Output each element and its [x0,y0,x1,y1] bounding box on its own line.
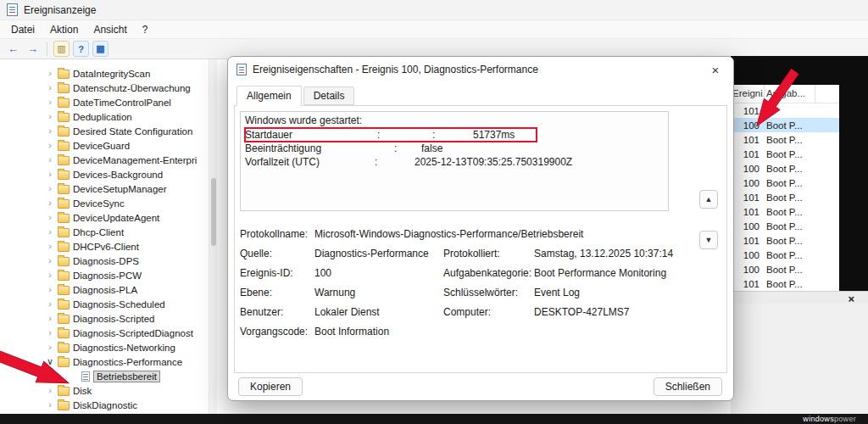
chevron-right-icon[interactable]: › [46,198,54,208]
chevron-right-icon[interactable]: › [46,285,54,294]
chevron-right-icon[interactable]: › [46,141,54,150]
event-row[interactable]: 100Boot P... [731,176,839,190]
field-label: Ebene: [240,287,314,298]
chevron-right-icon[interactable]: › [46,213,54,222]
field-label: Vorgangscode: [240,326,314,338]
folder-icon [58,358,70,367]
tree-item-diagnosis-pla[interactable]: ›Diagnosis-PLA [0,282,216,297]
chevron-right-icon[interactable]: › [46,256,54,265]
tree-item-datetimecontrolpanel[interactable]: ›DateTimeControlPanel [0,95,216,109]
chevron-right-icon[interactable]: › [46,299,54,309]
event-row[interactable]: 101Boot P... [731,204,839,219]
tree-item-deduplication[interactable]: ›Deduplication [0,109,216,124]
column-header-aufgab[interactable]: Aufgab... [765,85,815,103]
field-value: Diagnostics-Performance [314,248,443,259]
chevron-right-icon[interactable]: › [46,328,54,338]
event-row[interactable]: 101Boot P... [731,190,839,204]
menu-item-datei[interactable]: Datei [3,21,42,38]
app-icon [7,3,18,16]
event-id-cell: 101 [731,279,765,289]
event-task-cell: Boot P... [765,265,803,275]
bottom-strip: windowspower [0,414,868,424]
event-task-cell: Boot P... [765,207,803,217]
chevron-right-icon[interactable]: › [46,386,54,395]
tree-item-diagnosis-dps[interactable]: ›Diagnosis-DPS [0,254,216,268]
chevron-right-icon[interactable]: › [46,184,54,193]
event-row[interactable]: 101Boot P... [731,132,839,147]
tree-item-devices-background[interactable]: ›Devices-Background [0,167,216,181]
tree-item-devicesetupmanager[interactable]: ›DeviceSetupManager [0,181,216,196]
tree-item-dhcp-client[interactable]: ›Dhcp-Client [0,225,216,239]
tree-item-diagnosis-scripted[interactable]: ›Diagnosis-Scripted [0,311,216,326]
tab-details[interactable]: Details [303,86,355,105]
tree-item-diagnosis-pcw[interactable]: ›Diagnosis-PCW [0,268,216,282]
event-row[interactable]: 100Boot P... [731,161,839,176]
chevron-right-icon[interactable]: › [46,343,54,352]
column-header-ereigni[interactable]: Ereigni... [731,85,765,103]
folder-icon [58,387,70,396]
folder-icon [58,170,70,180]
chevron-right-icon[interactable]: › [46,227,54,237]
tree-item-diskdiagnostic[interactable]: ›DiskDiagnostic [0,398,216,412]
show-console-tree-icon[interactable]: ▥ [53,41,70,57]
chevron-right-icon[interactable]: › [46,98,54,107]
chevron-right-icon[interactable]: › [46,170,54,179]
folder-icon [58,329,70,338]
chevron-right-icon[interactable]: › [46,271,54,280]
tree-item-label: Disk [73,386,92,396]
event-id-cell: 100 [731,178,765,188]
forward-icon[interactable]: → [25,41,41,57]
help-icon[interactable]: ? [73,41,89,57]
event-row[interactable]: 100Boot P... [731,248,839,262]
scrollbar-thumb[interactable] [211,178,216,246]
close-button[interactable]: Schließen [654,377,722,396]
field-label: Quelle: [240,248,314,259]
field-value: Warnung [314,287,443,298]
chevron-right-icon[interactable]: › [46,314,54,323]
tree-item-dhcpv6-client[interactable]: ›DHCPv6-Client [0,239,216,254]
tree-item-devicesync[interactable]: ›DeviceSync [0,196,216,210]
tree-item-diagnostics-networking[interactable]: ›Diagnostics-Networking [0,340,216,354]
menu-item-[interactable]: ? [135,21,156,38]
chevron-right-icon[interactable]: › [46,242,54,251]
tree-item-desired-state-configuration[interactable]: ›Desired State Configuration [0,124,216,138]
event-row[interactable]: 101Boot P... [731,147,839,161]
previous-event-button[interactable]: ▲ [699,190,718,209]
toolbar-separator [47,42,47,56]
tree-item-diagnosis-scheduled[interactable]: ›Diagnosis-Scheduled [0,297,216,311]
chevron-right-icon[interactable]: › [46,126,54,136]
back-icon[interactable]: ← [5,41,21,57]
help-topics-icon[interactable]: ▦ [92,41,108,57]
tree-item-diagnostics-performance[interactable]: ∨Diagnostics-Performance [0,354,216,369]
menu-item-ansicht[interactable]: Ansicht [86,21,134,38]
tree-item-betriebsbereit[interactable]: Betriebsbereit [0,369,216,383]
tree-scrollbar[interactable] [209,59,217,414]
menu-bar: DateiAktionAnsicht? [0,20,868,39]
description-value: 51737ms [473,129,537,142]
dialog-close-icon[interactable]: × [701,59,730,81]
tree-item-devicemanagement-enterpri[interactable]: ›DeviceManagement-Enterpri [0,153,216,167]
event-row[interactable]: 101Boot P... [731,233,839,248]
chevron-right-icon[interactable]: › [46,69,54,78]
event-row[interactable]: 100Boot P... [731,118,839,132]
tree-item-deviceupdateagent[interactable]: ›DeviceUpdateAgent [0,210,216,225]
tree-item-label: Diagnosis-ScriptedDiagnost [73,328,193,338]
tree-item-diagnosis-scripteddiagnost[interactable]: ›Diagnosis-ScriptedDiagnost [0,326,216,340]
event-row[interactable]: 100Boot P... [731,219,839,233]
chevron-right-icon[interactable]: › [46,400,54,410]
chevron-right-icon[interactable]: › [46,155,54,165]
event-row[interactable]: 101Boot P... [731,276,839,291]
chevron-down-icon[interactable]: ∨ [46,357,54,366]
tab-allgemein[interactable]: Allgemein [236,86,302,106]
copy-button[interactable]: Kopieren [238,377,303,396]
chevron-right-icon[interactable]: › [46,83,54,92]
event-row[interactable]: 100Boot P... [731,262,839,276]
menu-item-aktion[interactable]: Aktion [42,21,86,38]
dialog-title: Ereigniseigenschaften - Ereignis 100, Di… [253,64,538,75]
tree-item-dataintegrityscan[interactable]: ›DataIntegrityScan [0,66,216,81]
tree-item-disk[interactable]: ›Disk [0,383,216,398]
chevron-right-icon[interactable]: › [46,112,54,121]
tree-item-datenschutz-berwachung[interactable]: ›Datenschutz-Überwachung [0,81,216,95]
event-row[interactable]: 101 [731,103,839,118]
tree-item-deviceguard[interactable]: ›DeviceGuard [0,138,216,153]
